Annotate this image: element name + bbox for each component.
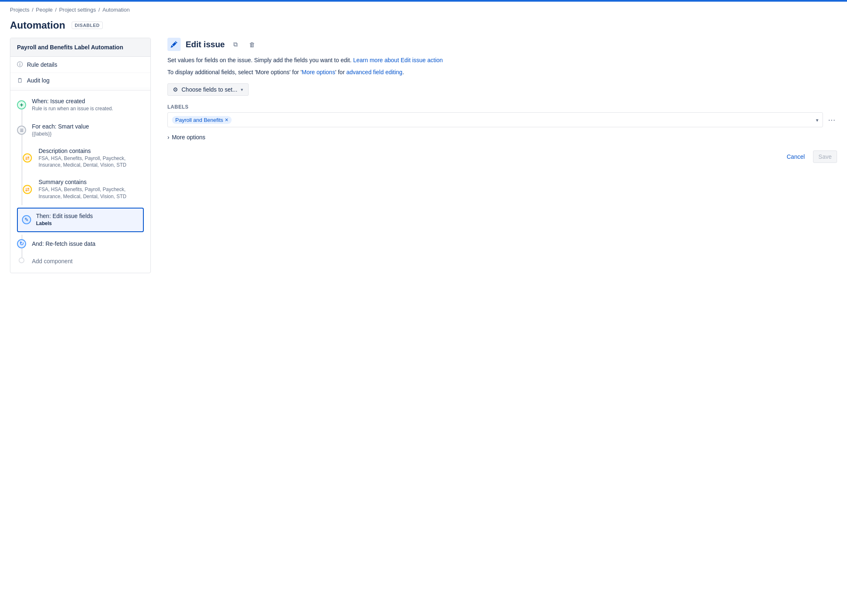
label-tags-container: Payroll and Benefits × bbox=[172, 116, 232, 124]
nav-divider bbox=[10, 90, 150, 90]
choose-fields-button[interactable]: ⚙ Choose fields to set... ▾ bbox=[167, 83, 249, 96]
action-buttons: Cancel Save bbox=[167, 150, 837, 163]
step-add-component-title: Add component bbox=[32, 258, 144, 264]
automation-rule-title: Payroll and Benefits Label Automation bbox=[10, 38, 150, 57]
step-when-issue-created[interactable]: + When: Issue created Rule is run when a… bbox=[10, 92, 150, 118]
edit-issue-header: Edit issue ⧉ 🗑 bbox=[167, 38, 837, 51]
breadcrumb: Projects / People / Project settings / A… bbox=[0, 2, 847, 18]
status-badge: DISABLED bbox=[72, 22, 102, 29]
step-refetch[interactable]: ↻ And: Re-fetch issue data bbox=[10, 235, 150, 253]
then-edit-icon: ✎ bbox=[22, 215, 31, 224]
breadcrumb-people[interactable]: People bbox=[36, 7, 53, 13]
audit-log-icon: 🗒 bbox=[17, 77, 23, 84]
page-title: Automation bbox=[10, 19, 65, 31]
labels-field: Labels Payroll and Benefits × ⋯ bbox=[167, 104, 837, 127]
step-then-subtitle: Labels bbox=[36, 220, 136, 227]
step-then-title: Then: Edit issue fields bbox=[36, 213, 136, 219]
step-desc-title: Description contains bbox=[39, 148, 144, 154]
nav-audit-log-label: Audit log bbox=[27, 77, 49, 84]
chevron-down-icon: ▾ bbox=[241, 87, 243, 92]
step-then-edit[interactable]: ✎ Then: Edit issue fields Labels bbox=[17, 208, 144, 232]
right-panel: Edit issue ⧉ 🗑 Set values for fields on … bbox=[151, 38, 837, 273]
refetch-icon: ↻ bbox=[17, 239, 26, 248]
for-each-icon: ☰ bbox=[17, 126, 26, 135]
labels-label: Labels bbox=[167, 104, 837, 110]
three-dots-menu-button[interactable]: ⋯ bbox=[826, 114, 837, 126]
step-summary-title: Summary contains bbox=[39, 179, 144, 185]
steps-wrapper: + When: Issue created Rule is run when a… bbox=[10, 92, 150, 273]
nav-rule-details-label: Rule details bbox=[27, 61, 57, 68]
learn-more-link[interactable]: Learn more about Edit issue action bbox=[353, 57, 443, 63]
connector-line bbox=[22, 143, 22, 174]
labels-dropdown[interactable]: Payroll and Benefits × bbox=[167, 112, 823, 127]
nav-audit-log[interactable]: 🗒 Audit log bbox=[10, 73, 150, 88]
gear-icon: ⚙ bbox=[173, 86, 178, 93]
labels-field-row: Payroll and Benefits × ⋯ bbox=[167, 112, 837, 127]
desc-icon: ⇄ bbox=[23, 153, 32, 162]
more-options-link[interactable]: More options bbox=[302, 69, 335, 75]
when-icon: + bbox=[17, 100, 26, 109]
step-foreach-title: For each: Smart value bbox=[32, 123, 144, 130]
step-add-component[interactable]: Add component bbox=[10, 253, 150, 269]
step-desc-contains[interactable]: ⇄ Description contains FSA, HSA, Benefit… bbox=[10, 143, 150, 174]
dropdown-chevron-icon bbox=[816, 116, 818, 123]
choose-fields-label: Choose fields to set... bbox=[182, 86, 237, 93]
description-text-1: Set values for fields on the issue. Simp… bbox=[167, 56, 837, 65]
chevron-right-icon: › bbox=[167, 134, 169, 141]
step-summary-subtitle: FSA, HSA, Benefits, Payroll, Paycheck, I… bbox=[39, 186, 144, 200]
connector-line bbox=[22, 174, 22, 205]
advanced-editing-link[interactable]: advanced field editing bbox=[346, 69, 402, 75]
nav-rule-details[interactable]: ⓘ Rule details bbox=[10, 57, 150, 73]
step-foreach-subtitle: {{labels}} bbox=[32, 131, 144, 138]
save-button: Save bbox=[813, 150, 837, 163]
step-summary-contains[interactable]: ⇄ Summary contains FSA, HSA, Benefits, P… bbox=[10, 174, 150, 205]
label-remove-btn[interactable]: × bbox=[225, 117, 228, 123]
delete-button[interactable]: 🗑 bbox=[246, 39, 258, 50]
breadcrumb-project-settings[interactable]: Project settings bbox=[59, 7, 96, 13]
label-tag-text: Payroll and Benefits bbox=[175, 117, 223, 123]
copy-button[interactable]: ⧉ bbox=[230, 39, 241, 50]
step-refetch-title: And: Re-fetch issue data bbox=[32, 240, 144, 247]
description-text-2: To display additional fields, select 'Mo… bbox=[167, 68, 837, 77]
breadcrumb-projects[interactable]: Projects bbox=[10, 7, 29, 13]
more-options-row[interactable]: › More options bbox=[167, 134, 837, 141]
edit-issue-icon bbox=[167, 38, 181, 51]
more-options-label: More options bbox=[172, 134, 206, 141]
step-for-each[interactable]: ☰ For each: Smart value {{labels}} bbox=[10, 118, 150, 143]
left-panel: Payroll and Benefits Label Automation ⓘ … bbox=[10, 38, 151, 273]
page-header: Automation DISABLED bbox=[0, 18, 847, 38]
rule-details-icon: ⓘ bbox=[17, 61, 23, 68]
add-component-icon bbox=[19, 257, 24, 263]
step-desc-subtitle: FSA, HSA, Benefits, Payroll, Paycheck, I… bbox=[39, 155, 144, 169]
step-when-title: When: Issue created bbox=[32, 98, 144, 104]
step-when-subtitle: Rule is run when an issue is created. bbox=[32, 105, 144, 112]
main-content: Payroll and Benefits Label Automation ⓘ … bbox=[0, 38, 847, 273]
label-tag-payroll: Payroll and Benefits × bbox=[172, 116, 232, 124]
breadcrumb-automation[interactable]: Automation bbox=[102, 7, 130, 13]
edit-issue-title: Edit issue bbox=[186, 40, 225, 49]
cancel-button[interactable]: Cancel bbox=[782, 150, 810, 163]
summary-icon: ⇄ bbox=[23, 185, 32, 194]
